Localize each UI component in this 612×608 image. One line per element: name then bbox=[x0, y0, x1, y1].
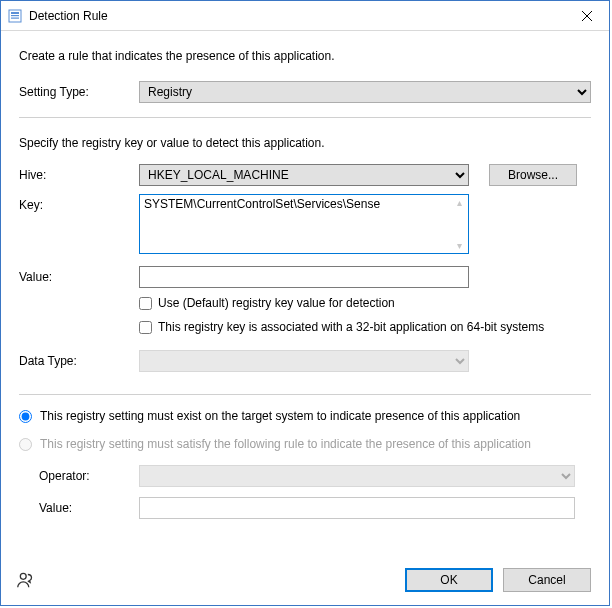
data-type-select bbox=[139, 350, 469, 372]
setting-type-select[interactable]: Registry bbox=[139, 81, 591, 103]
close-button[interactable] bbox=[564, 1, 609, 30]
intro-text: Create a rule that indicates the presenc… bbox=[19, 49, 591, 63]
use-default-label: Use (Default) registry key value for det… bbox=[158, 296, 395, 310]
hive-label: Hive: bbox=[19, 168, 139, 182]
data-type-row: Data Type: bbox=[19, 350, 591, 372]
hive-select[interactable]: HKEY_LOCAL_MACHINE bbox=[139, 164, 469, 186]
dialog-content: Create a rule that indicates the presenc… bbox=[1, 31, 609, 555]
rule-value-row: Value: bbox=[39, 497, 591, 519]
value-label: Value: bbox=[19, 270, 139, 284]
operator-label: Operator: bbox=[39, 469, 139, 483]
svg-rect-1 bbox=[11, 12, 19, 14]
dialog-footer: OK Cancel bbox=[1, 555, 609, 605]
operator-select bbox=[139, 465, 575, 487]
key-input[interactable] bbox=[140, 195, 452, 253]
operator-row: Operator: bbox=[39, 465, 591, 487]
radio-must-satisfy-label: This registry setting must satisfy the f… bbox=[40, 437, 531, 451]
hive-row: Hive: HKEY_LOCAL_MACHINE Browse... bbox=[19, 164, 591, 186]
radio-must-exist-row: This registry setting must exist on the … bbox=[19, 409, 591, 423]
rule-value-label: Value: bbox=[39, 501, 139, 515]
divider-1 bbox=[19, 117, 591, 118]
divider-2 bbox=[19, 394, 591, 395]
value-input[interactable] bbox=[139, 266, 469, 288]
radio-must-satisfy bbox=[19, 438, 32, 451]
key-input-wrap: ▴ ▾ bbox=[139, 194, 469, 254]
svg-point-6 bbox=[20, 573, 26, 579]
radio-must-exist-label: This registry setting must exist on the … bbox=[40, 409, 520, 423]
data-type-label: Data Type: bbox=[19, 354, 139, 368]
window-title: Detection Rule bbox=[29, 9, 564, 23]
use-default-check-row: Use (Default) registry key value for det… bbox=[139, 296, 591, 310]
titlebar: Detection Rule bbox=[1, 1, 609, 31]
close-icon bbox=[582, 11, 592, 21]
radio-must-exist[interactable] bbox=[19, 410, 32, 423]
rule-subform: Operator: Value: bbox=[39, 465, 591, 529]
radio-must-satisfy-row: This registry setting must satisfy the f… bbox=[19, 437, 591, 451]
app-icon bbox=[7, 8, 23, 24]
scroll-down-icon: ▾ bbox=[452, 240, 466, 251]
scroll-up-icon: ▴ bbox=[452, 197, 466, 208]
spec-text: Specify the registry key or value to det… bbox=[19, 136, 591, 150]
key-label: Key: bbox=[19, 194, 139, 212]
assoc-32bit-checkbox[interactable] bbox=[139, 321, 152, 334]
setting-type-row: Setting Type: Registry bbox=[19, 81, 591, 103]
rule-value-input bbox=[139, 497, 575, 519]
value-row: Value: bbox=[19, 266, 591, 288]
detection-rule-dialog: Detection Rule Create a rule that indica… bbox=[0, 0, 610, 606]
ok-button[interactable]: OK bbox=[405, 568, 493, 592]
svg-rect-2 bbox=[11, 15, 19, 16]
cancel-button[interactable]: Cancel bbox=[503, 568, 591, 592]
svg-rect-3 bbox=[11, 17, 19, 18]
assoc-32bit-label: This registry key is associated with a 3… bbox=[158, 320, 544, 334]
assoc-32bit-check-row: This registry key is associated with a 3… bbox=[139, 320, 591, 334]
browse-button[interactable]: Browse... bbox=[489, 164, 577, 186]
use-default-checkbox[interactable] bbox=[139, 297, 152, 310]
setting-type-label: Setting Type: bbox=[19, 85, 139, 99]
feedback-icon[interactable] bbox=[15, 569, 37, 591]
key-row: Key: ▴ ▾ bbox=[19, 194, 591, 254]
